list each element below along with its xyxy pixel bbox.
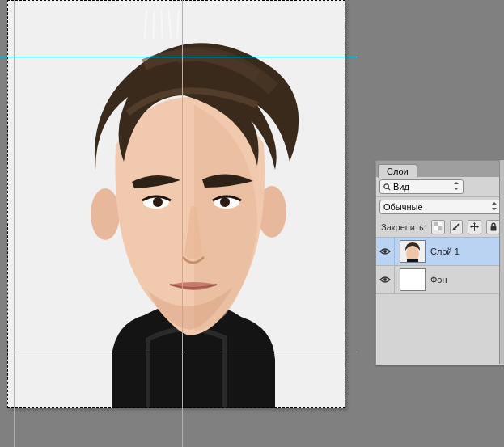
document-canvas[interactable] xyxy=(7,0,345,408)
lock-row: Закрепить: xyxy=(376,217,504,238)
chevron-updown-icon xyxy=(453,182,460,192)
tab-layers[interactable]: Слои xyxy=(378,164,417,178)
blend-mode-value: Обычные xyxy=(383,202,423,212)
svg-point-4 xyxy=(153,197,163,207)
lock-transparent-button[interactable] xyxy=(431,220,445,234)
layer-thumbnail[interactable] xyxy=(400,240,426,263)
canvas-content xyxy=(15,0,353,408)
svg-marker-9 xyxy=(454,188,459,190)
layer-row[interactable]: Слой 1 xyxy=(376,238,504,266)
filter-combo-value: Вид xyxy=(393,182,409,192)
svg-point-5 xyxy=(220,197,230,207)
layer-row[interactable]: Фон xyxy=(376,266,504,294)
tab-label: Слои xyxy=(387,167,409,176)
chevron-updown-icon xyxy=(491,202,498,212)
svg-marker-11 xyxy=(492,208,497,210)
svg-rect-14 xyxy=(438,226,442,230)
eye-icon xyxy=(379,247,391,255)
layer-filter-row: Вид xyxy=(376,177,504,197)
lock-all-button[interactable] xyxy=(486,220,500,234)
svg-rect-22 xyxy=(400,269,425,290)
blend-mode-combo[interactable]: Обычные xyxy=(379,200,502,214)
lock-position-button[interactable] xyxy=(468,220,481,234)
lock-icon xyxy=(489,222,498,233)
svg-point-0 xyxy=(91,188,120,240)
svg-rect-16 xyxy=(490,226,496,231)
svg-point-21 xyxy=(383,278,387,281)
svg-rect-20 xyxy=(407,259,418,262)
layer-name: Слой 1 xyxy=(430,247,460,256)
svg-marker-10 xyxy=(492,202,497,205)
portrait-image xyxy=(15,0,353,408)
lock-pixels-button[interactable] xyxy=(450,220,464,234)
blend-mode-row: Обычные xyxy=(376,197,504,217)
collapsed-panel-strip[interactable] xyxy=(499,160,504,364)
layer-name: Фон xyxy=(430,275,447,285)
layer-filter-combo[interactable]: Вид xyxy=(379,179,464,194)
svg-point-6 xyxy=(384,183,388,188)
layer-thumbnail[interactable] xyxy=(400,268,426,291)
visibility-toggle[interactable] xyxy=(376,266,395,293)
brush-icon xyxy=(451,222,460,233)
canvas-area[interactable] xyxy=(0,0,357,447)
panel-tabbar: Слои xyxy=(376,161,504,177)
move-icon xyxy=(470,222,479,233)
checker-icon xyxy=(434,222,442,232)
eye-icon xyxy=(379,276,391,284)
visibility-toggle[interactable] xyxy=(376,238,395,265)
workspace: Слои Вид Обычные xyxy=(0,0,504,447)
svg-marker-8 xyxy=(454,182,459,184)
svg-rect-13 xyxy=(434,222,438,226)
lock-label: Закрепить: xyxy=(381,222,426,232)
svg-line-7 xyxy=(388,188,390,189)
layers-panel: Слои Вид Обычные xyxy=(375,160,504,365)
svg-point-17 xyxy=(383,250,387,253)
search-icon xyxy=(383,183,391,191)
layer-list: Слой 1 Фон xyxy=(376,238,504,294)
svg-line-15 xyxy=(455,224,459,228)
